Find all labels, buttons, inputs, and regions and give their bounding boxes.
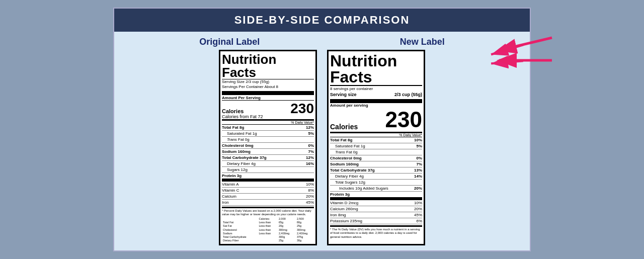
new-iron: Iron 8mg45%	[330, 212, 422, 218]
new-calories-num: 230	[385, 109, 422, 131]
orig-sat-fat: Saturated Fat 1g5%	[222, 131, 314, 137]
orig-trans-fat: Trans Fat 0g	[222, 137, 314, 143]
new-potassium: Potassium 235mg6%	[330, 218, 422, 224]
orig-vit-c: Vitamin C8%	[222, 188, 314, 194]
new-servings-per: 8 servings per container	[330, 86, 422, 92]
header-title: SIDE-BY-SIDE COMPARISON	[234, 14, 410, 26]
orig-amount-per: Amount Per Serving	[222, 96, 314, 101]
orig-title: Nutrition Facts	[222, 53, 314, 79]
orig-footnote-table: Calories:2,0002,500 Total FatLess than65…	[222, 217, 314, 242]
new-cholesterol: Cholesterol 0mg0%	[330, 155, 422, 161]
orig-calories-row: Calories Calories from Fat 72 230	[222, 101, 314, 121]
orig-sugars: Sugars 12g	[222, 167, 314, 173]
original-nutrition-label: Nutrition Facts Serving Size 2/3 cup (55…	[219, 50, 317, 245]
new-serving-size-row: Serving size 2/3 cup (55g)	[330, 92, 422, 98]
orig-protein: Protein 3g	[222, 173, 314, 182]
new-total-fat: Total Fat 8g10%	[330, 137, 422, 143]
main-container: SIDE-BY-SIDE COMPARISON Original Label	[113, 8, 531, 251]
new-calories-row: Calories 230	[330, 108, 422, 133]
new-fiber: Dietary Fiber 4g14%	[330, 174, 422, 180]
new-sat-fat: Saturated Fat 1g5%	[330, 143, 422, 149]
original-label-title: Original Label	[199, 37, 260, 47]
orig-calcium: Calcium20%	[222, 194, 314, 200]
new-calories-label: Calories	[330, 123, 358, 131]
orig-cholesterol: Cholesterol 0mg0%	[222, 143, 314, 149]
new-added-sugars: Includes 10g Added Sugars20%	[330, 186, 422, 192]
orig-calories-label: Calories Calories from Fat 72	[222, 108, 263, 119]
orig-iron: Iron45%	[222, 200, 314, 206]
orig-total-fat: Total Fat 8g12%	[222, 125, 314, 131]
new-serving-info: 8 servings per container Serving size 2/…	[330, 86, 422, 103]
new-total-carb: Total Carbohydrate 37g13%	[330, 167, 422, 174]
orig-dv-header: % Daily Value*	[222, 121, 314, 125]
orig-calories-num: 230	[290, 101, 314, 117]
labels-area: Original Label New Label	[114, 32, 530, 47]
orig-serving-info: Serving Size 2/3 cup (55g) Servings Per …	[222, 79, 314, 95]
new-protein: Protein 3g	[330, 192, 422, 200]
orig-vit-a: Vitamin A10%	[222, 182, 314, 188]
new-nutrition-label: Nutrition Facts 8 servings per container…	[327, 50, 425, 245]
new-title: Nutrition Facts	[330, 53, 422, 86]
orig-servings-per: Servings Per Container About 8	[222, 84, 314, 90]
orig-footnote: * Percent Daily Values are based on a 2,…	[222, 207, 314, 243]
new-label-title: New Label	[400, 37, 445, 47]
new-calcium: Calcium 260mg20%	[330, 206, 422, 212]
new-serving-size-value: 2/3 cup (55g)	[394, 92, 422, 98]
new-vit-d: Vitamin D 2mcg10%	[330, 200, 422, 206]
labels-wrapper: Original Label New Label Nutrition Facts…	[114, 32, 530, 250]
orig-serving-size: Serving Size 2/3 cup (55g)	[222, 79, 314, 84]
new-sodium: Sodium 160mg7%	[330, 161, 422, 167]
orig-total-carb: Total Carbohydrate 37g12%	[222, 155, 314, 161]
new-dv-header: % Daily Value*	[330, 133, 422, 137]
new-footnote: * The % Daily Value (DV) tells you how m…	[330, 225, 422, 239]
labels-content: Nutrition Facts Serving Size 2/3 cup (55…	[114, 47, 530, 250]
orig-sodium: Sodium 160mg7%	[222, 149, 314, 155]
new-serving-size-label: Serving size	[330, 92, 357, 98]
new-total-sugars: Total Sugars 12g	[330, 180, 422, 186]
orig-fiber: Dietary Fiber 4g16%	[222, 161, 314, 167]
header-bar: SIDE-BY-SIDE COMPARISON	[114, 9, 530, 32]
new-trans-fat: Trans Fat 0g	[330, 149, 422, 155]
